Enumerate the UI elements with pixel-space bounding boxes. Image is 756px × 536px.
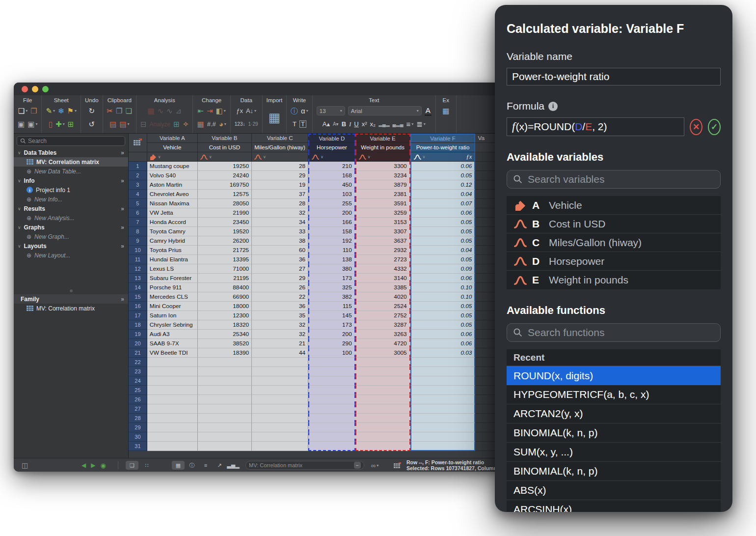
zoom-window-button[interactable]	[42, 86, 49, 92]
cell[interactable]	[355, 386, 410, 395]
cell[interactable]	[198, 395, 252, 404]
cell[interactable]: Lexus LS	[147, 264, 198, 274]
chart-view-button[interactable]: ↗	[213, 461, 226, 470]
cell[interactable]: Chrysler Sebring	[147, 320, 198, 330]
cell[interactable]: 3300	[355, 162, 410, 171]
cell[interactable]: 26200	[198, 236, 252, 246]
row-number[interactable]: 24	[129, 376, 147, 386]
variable-name-input[interactable]	[507, 68, 721, 85]
row-number[interactable]: 11	[129, 255, 147, 264]
cell[interactable]: 4332	[355, 264, 410, 274]
cell[interactable]	[198, 432, 252, 442]
sidebar-section-graphs[interactable]: ∨Graphs»	[14, 223, 128, 232]
cell[interactable]: Toyota Camry	[147, 227, 198, 236]
cell[interactable]: 200	[308, 208, 355, 218]
row-number[interactable]: 20	[129, 339, 147, 348]
undo-icon[interactable]: ↺	[88, 120, 95, 128]
cell[interactable]	[308, 395, 355, 404]
cell[interactable]: 29	[252, 171, 308, 180]
cell[interactable]: 450	[308, 180, 355, 190]
cell[interactable]: 88400	[198, 283, 252, 292]
cell[interactable]	[410, 386, 476, 395]
cell[interactable]	[410, 423, 476, 432]
cell[interactable]	[252, 414, 308, 423]
cell[interactable]: 24240	[198, 171, 252, 180]
row-number[interactable]: 14	[129, 283, 147, 292]
formula-input[interactable]: f(x)=ROUND(D/E, 2)	[507, 117, 684, 136]
cell[interactable]: 255	[308, 199, 355, 208]
row-number[interactable]: 4	[129, 190, 147, 199]
cell[interactable]: 0.05	[410, 311, 476, 320]
cell[interactable]: 33	[252, 227, 308, 236]
cell[interactable]: 0.10	[410, 283, 476, 292]
cell[interactable]	[147, 376, 198, 386]
cell[interactable]	[252, 395, 308, 404]
cell[interactable]: 382	[308, 292, 355, 302]
add-rows-icon[interactable]: ✚▾	[55, 120, 65, 128]
color-wheel-icon[interactable]: ◕▾	[219, 120, 226, 128]
row-number[interactable]: 8	[129, 227, 147, 236]
cell[interactable]: Mercedes CLS	[147, 292, 198, 302]
cell[interactable]	[198, 414, 252, 423]
column-name-horsepower[interactable]: Horsepower	[308, 143, 355, 152]
cell[interactable]: 36	[252, 302, 308, 311]
cell[interactable]	[355, 442, 410, 451]
cell[interactable]	[252, 442, 308, 451]
superscript-icon[interactable]: x²	[362, 121, 367, 127]
function-item-arctan2[interactable]: ARCTAN2(y, x)	[507, 404, 721, 423]
cell[interactable]: 192	[308, 236, 355, 246]
cell[interactable]: 103	[308, 190, 355, 199]
cell[interactable]: 60	[252, 246, 308, 255]
export-icon[interactable]: ▦	[442, 107, 449, 114]
cell[interactable]: 27	[252, 264, 308, 274]
align-icon[interactable]: ≡▾	[406, 120, 413, 128]
row-number[interactable]: 5	[129, 199, 147, 208]
cell[interactable]: 145	[308, 311, 355, 320]
cell[interactable]: 0.05	[410, 320, 476, 330]
cell[interactable]	[147, 414, 198, 423]
row-number[interactable]: 1	[129, 162, 147, 171]
function-item-arcsinh[interactable]: ARCSINH(x)	[507, 500, 721, 512]
function-item-hypgeometricf[interactable]: HYPGEOMETRICF(a, b, c, x)	[507, 385, 721, 404]
cell[interactable]	[147, 423, 198, 432]
sidebar-search-input[interactable]: Search	[17, 136, 125, 146]
cell[interactable]: 0.10	[410, 292, 476, 302]
variable-item-d[interactable]: DHorsepower	[507, 252, 721, 271]
cell[interactable]: 3287	[355, 320, 410, 330]
cell[interactable]	[198, 376, 252, 386]
cell[interactable]: 2381	[355, 190, 410, 199]
cell[interactable]: 0.05	[410, 255, 476, 264]
cell[interactable]: 0.05	[410, 227, 476, 236]
bold-icon[interactable]: B	[342, 121, 346, 127]
cell[interactable]: 0.05	[410, 218, 476, 227]
cell[interactable]	[147, 432, 198, 442]
cell[interactable]: 0.04	[410, 190, 476, 199]
cell[interactable]: 44	[252, 348, 308, 358]
cell[interactable]: 38	[252, 236, 308, 246]
cell[interactable]: 166	[308, 218, 355, 227]
row-number[interactable]: 22	[129, 358, 147, 367]
cell[interactable]: 0.06	[410, 274, 476, 283]
cell[interactable]: 2524	[355, 302, 410, 311]
variable-item-e[interactable]: EWeight in pounds	[507, 271, 721, 289]
function-item-binomial[interactable]: BINOMIAL(k, n, p)	[507, 462, 721, 481]
cell[interactable]	[410, 395, 476, 404]
cell[interactable]	[355, 404, 410, 414]
cell[interactable]: 2752	[355, 311, 410, 320]
cell[interactable]: SAAB 9-7X	[147, 339, 198, 348]
cell[interactable]	[308, 442, 355, 451]
cell[interactable]	[308, 404, 355, 414]
row-number[interactable]: 21	[129, 348, 147, 358]
row-number[interactable]: 6	[129, 208, 147, 218]
cell[interactable]: Nissan Maxima	[147, 199, 198, 208]
cell[interactable]: 210	[308, 162, 355, 171]
cell[interactable]: 32	[252, 208, 308, 218]
cell[interactable]	[355, 432, 410, 442]
cell[interactable]	[147, 404, 198, 414]
column-header-variable-f[interactable]: Variable F	[410, 134, 476, 143]
delete-icon[interactable]: ▯	[49, 120, 53, 128]
cell[interactable]	[308, 423, 355, 432]
save-icon[interactable]: ▣	[18, 120, 25, 128]
row-number[interactable]: 2	[129, 171, 147, 180]
cell[interactable]: 100	[308, 348, 355, 358]
